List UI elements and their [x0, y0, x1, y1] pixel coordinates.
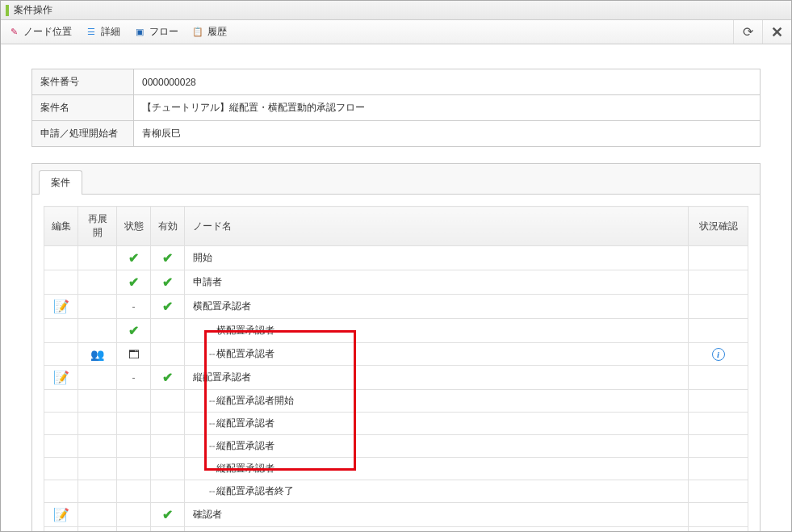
cell-state: [117, 435, 151, 458]
cell-state: -: [117, 366, 151, 390]
edit-row-icon[interactable]: 📝: [53, 300, 69, 313]
cell-edit: [44, 390, 78, 413]
titlebar: 案件操作: [1, 1, 791, 20]
cell-reopen: [78, 413, 117, 435]
title-accent-icon: [6, 5, 9, 16]
cell-confirm: [689, 246, 748, 270]
header-edit: 編集: [44, 207, 78, 246]
tab-case[interactable]: 案件: [39, 170, 82, 195]
flow-button[interactable]: ▣ フロー: [133, 25, 178, 39]
node-position-label: ノード位置: [23, 25, 72, 39]
cell-edit: 📝: [44, 366, 78, 390]
detail-button[interactable]: ☰ 詳細: [85, 25, 120, 39]
node-name-text: 横配置承認者: [193, 300, 251, 312]
header-confirm: 状況確認: [689, 207, 748, 246]
cell-edit: [44, 435, 78, 458]
refresh-button[interactable]: ⟳: [733, 20, 762, 44]
applicant-value: 青柳辰巳: [134, 121, 761, 147]
toolbar-right: ⟳ ✕: [733, 20, 791, 44]
table-row: ⋯縦配置承認者終了: [44, 480, 748, 503]
cell-confirm: [689, 458, 748, 480]
header-node-name: ノード名: [185, 207, 689, 246]
cell-edit: [44, 319, 78, 343]
dash-icon: -: [132, 301, 136, 312]
cell-confirm: [689, 480, 748, 503]
check-icon: ✔: [128, 324, 139, 337]
cell-state: [117, 480, 151, 503]
check-icon: ✔: [128, 251, 139, 265]
history-button[interactable]: 📋 履歴: [191, 25, 227, 39]
header-state: 状態: [117, 207, 151, 246]
node-name-text: 縦配置承認者: [216, 439, 274, 453]
cell-confirm: [689, 366, 748, 390]
cell-reopen: 👥: [78, 343, 117, 366]
cell-edit: [44, 413, 78, 435]
cell-confirm: [689, 413, 748, 435]
node-name-text: 横配置承認者: [216, 347, 274, 361]
tree-child-node: ⋯横配置承認者: [193, 324, 274, 337]
cell-node-name: 確認者: [185, 503, 689, 527]
tree-branch-icon: ⋯: [209, 325, 215, 337]
cell-confirm: [689, 319, 748, 343]
tab-body: 編集 再展開 状態 有効 ノード名 状況確認 ✔✔開始✔✔申請者📝-✔横配置承認…: [31, 194, 761, 532]
cell-confirm: [689, 527, 748, 533]
tree-branch-icon: ⋯: [209, 463, 215, 475]
flow-icon: ▣: [133, 26, 146, 39]
table-row: ✔✔申請者: [44, 270, 748, 295]
table-row: 📝-✔縦配置承認者: [44, 366, 748, 390]
cell-state: ✔: [117, 246, 151, 270]
node-name-text: 縦配置承認者: [216, 417, 274, 430]
cell-node-name: 横配置承認者: [185, 295, 689, 319]
app-window: 案件操作 ✎ ノード位置 ☰ 詳細 ▣ フロー 📋 履歴 ⟳ ✕: [0, 0, 792, 532]
cell-valid: ✔: [151, 270, 185, 295]
header-reopen: 再展開: [78, 207, 117, 246]
table-row: ⋯縦配置承認者開始: [44, 390, 748, 413]
node-position-button[interactable]: ✎ ノード位置: [7, 25, 72, 39]
edit-row-icon[interactable]: 📝: [53, 371, 69, 384]
check-icon: ✔: [162, 251, 173, 265]
cell-valid: [151, 435, 185, 458]
cell-valid: ✔: [151, 527, 185, 533]
case-name-label: 案件名: [32, 95, 134, 121]
cell-state: ✔: [117, 270, 151, 295]
close-icon: ✕: [771, 23, 783, 41]
cell-edit: [44, 527, 78, 533]
cell-edit: [44, 270, 78, 295]
node-name-text: 縦配置承認者開始: [216, 394, 294, 408]
table-row: 📝✔確認者: [44, 503, 748, 527]
cell-confirm: [689, 503, 748, 527]
cell-confirm: [689, 270, 748, 295]
detail-icon: ☰: [85, 26, 98, 39]
tree-child-node: ⋯縦配置承認者: [193, 417, 274, 430]
check-icon: ✔: [128, 275, 139, 289]
cell-reopen: [78, 480, 117, 503]
cell-reopen: [78, 458, 117, 480]
table-row: ⋯縦配置承認者: [44, 413, 748, 435]
node-name-text: 確認者: [193, 509, 222, 520]
detail-label: 詳細: [101, 25, 120, 39]
cell-state: [117, 390, 151, 413]
cell-reopen: [78, 319, 117, 343]
close-button[interactable]: ✕: [762, 20, 791, 44]
cell-confirm: [689, 435, 748, 458]
cell-node-name: ⋯横配置承認者: [185, 319, 689, 343]
cell-reopen: [78, 390, 117, 413]
info-icon[interactable]: i: [712, 348, 725, 361]
cell-state: [117, 458, 151, 480]
state-icon[interactable]: 🗔: [128, 348, 140, 361]
reopen-icon[interactable]: 👥: [90, 348, 104, 361]
cell-valid: [151, 319, 185, 343]
cell-node-name: ⋯縦配置承認者終了: [185, 480, 689, 503]
cell-node-name: 縦配置承認者: [185, 366, 689, 390]
cell-edit: [44, 246, 78, 270]
cell-reopen: [78, 503, 117, 527]
tree-child-node: ⋯縦配置承認者: [193, 439, 274, 453]
cell-state: [117, 503, 151, 527]
history-icon: 📋: [191, 26, 204, 39]
node-name-text: 開始: [193, 252, 212, 263]
tree-child-node: ⋯縦配置承認者開始: [193, 394, 294, 408]
cell-node-name: ⋯縦配置承認者: [185, 413, 689, 435]
edit-row-icon[interactable]: 📝: [53, 508, 69, 522]
cell-state: 🗔: [117, 343, 151, 366]
cell-node-name: ⋯縦配置承認者: [185, 458, 689, 480]
